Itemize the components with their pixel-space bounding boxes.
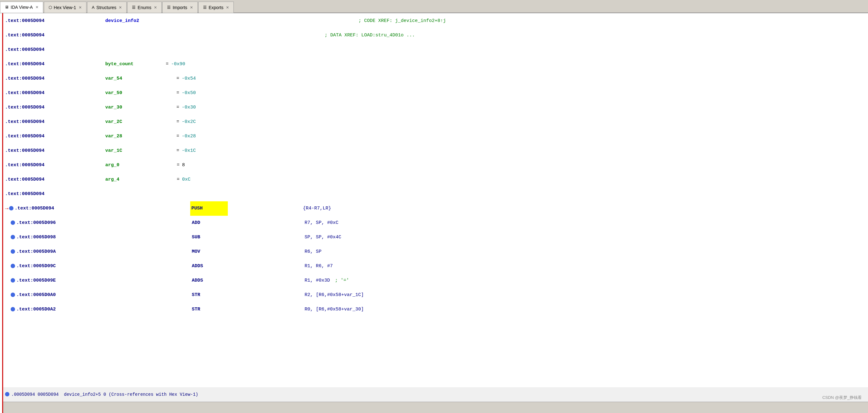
mnemonic-adds1: ADDS xyxy=(192,259,229,273)
tab-hex-close[interactable]: ✕ xyxy=(79,5,82,10)
var-28: var_28 xyxy=(105,129,122,144)
tab-hex-view-1[interactable]: ⬡ Hex View-1 ✕ xyxy=(44,2,87,13)
addr-3: .text:0005D094 xyxy=(5,42,105,57)
tab-imports-close[interactable]: ✕ xyxy=(190,5,193,10)
addr-4: .text:0005D094 xyxy=(5,57,105,71)
addr-sub: .text:0005D098 xyxy=(16,230,117,245)
eq-arg0: = xyxy=(177,163,180,168)
ida-view-icon: 🖥 xyxy=(5,5,9,9)
comment-adds2: ; '=' xyxy=(335,273,349,288)
code-line-mov[interactable]: .text:0005D09A MOV R6, SP xyxy=(5,245,868,259)
addr-10: .text:0005D094 xyxy=(5,144,105,158)
var-arg0: arg_0 xyxy=(105,158,119,173)
operands-str1: R2, [R6,#0x58+var_1C] xyxy=(305,288,364,302)
code-line-str1[interactable]: .text:0005D0A0 STR R2, [R6,#0x58+var_1C] xyxy=(5,288,868,302)
code-line-arg4: .text:0005D094 arg_4 = 0xC xyxy=(5,173,868,187)
bottom-partial-line: .0005D094 0005D094 device_info2+5 0 (Cro… xyxy=(0,387,868,402)
enums-icon: ☰ xyxy=(132,5,136,10)
tab-exports-label: Exports xyxy=(209,5,223,10)
eq-28: = xyxy=(177,134,179,139)
var-arg4: arg_4 xyxy=(105,173,119,187)
dot-push xyxy=(9,206,13,210)
addr-push: .text:0005D094 xyxy=(15,201,115,216)
mnemonic-sub: SUB xyxy=(192,230,229,245)
arrow-indicator: → xyxy=(5,201,8,216)
eq-1c: = xyxy=(177,148,179,153)
code-line-adds2[interactable]: .text:0005D09E ADDS R1, #0x3D ; '=' xyxy=(5,273,868,288)
val-30: -0x30 xyxy=(182,100,196,115)
addr-8: .text:0005D094 xyxy=(5,115,105,129)
func-name: device_info2 xyxy=(105,14,139,28)
tab-imports-label: Imports xyxy=(173,5,187,10)
dot-bottom xyxy=(5,392,9,396)
code-line-header-2: .text:0005D094 ; DATA XREF: LOAD:stru_4D… xyxy=(5,28,868,42)
tab-exports[interactable]: ☰ Exports ✕ xyxy=(198,2,234,13)
tab-ida-label: IDA View-A xyxy=(11,5,33,10)
val-byte-count: -0x90 xyxy=(171,57,185,71)
addr-str1: .text:0005D0A0 xyxy=(16,288,117,302)
tab-structures-close[interactable]: ✕ xyxy=(119,5,122,10)
addr-11: .text:0005D094 xyxy=(5,158,105,173)
status-text xyxy=(3,405,4,410)
status-bar xyxy=(0,402,868,413)
addr-12: .text:0005D094 xyxy=(5,173,105,187)
tab-enums-close[interactable]: ✕ xyxy=(154,5,157,10)
main-content: .text:0005D094 device_info2 ; CODE XREF:… xyxy=(0,13,868,413)
imports-icon: ☰ xyxy=(167,5,171,10)
addr-7: .text:0005D094 xyxy=(5,100,105,115)
tab-ida-view-a[interactable]: 🖥 IDA View-A ✕ xyxy=(0,2,43,13)
var-byte-count: byte_count xyxy=(105,57,133,71)
structures-icon: A xyxy=(92,5,95,10)
left-border-bar xyxy=(0,13,3,413)
dot-mov xyxy=(11,249,15,254)
tab-imports[interactable]: ☰ Imports ✕ xyxy=(162,2,198,13)
code-line-push[interactable]: → .text:0005D094 PUSH {R4-R7,LR} xyxy=(5,201,868,216)
code-line-var50: .text:0005D094 var_50 = -0x50 xyxy=(5,86,868,100)
eq-30: = xyxy=(177,105,179,110)
addr-5: .text:0005D094 xyxy=(5,71,105,86)
val-28: -0x28 xyxy=(182,129,196,144)
comment-xref-code: ; CODE XREF: j_device_info2+8↑j xyxy=(359,14,446,28)
mnemonic-str2: STR xyxy=(192,302,229,317)
code-area[interactable]: .text:0005D094 device_info2 ; CODE XREF:… xyxy=(0,13,868,413)
operands-adds2: R1, #0x3D xyxy=(305,273,330,288)
eq-byte-count: = xyxy=(166,61,168,67)
var-50: var_50 xyxy=(105,86,122,100)
addr-mov: .text:0005D09A xyxy=(16,245,117,259)
code-line-add[interactable]: .text:0005D096 ADD R7, SP, #0xC xyxy=(5,216,868,230)
mnemonic-adds2: ADDS xyxy=(192,273,229,288)
addr-adds1: .text:0005D09C xyxy=(16,259,117,273)
dot-str1 xyxy=(11,293,15,297)
operands-sub: SP, SP, #0x4C xyxy=(305,230,341,245)
addr-add: .text:0005D096 xyxy=(16,216,117,230)
tab-bar: 🖥 IDA View-A ✕ ⬡ Hex View-1 ✕ A Structur… xyxy=(0,0,868,13)
code-line-arg0: .text:0005D094 arg_0 = 8 xyxy=(5,158,868,173)
mnemonic-push: PUSH xyxy=(190,201,228,216)
eq-arg4: = xyxy=(177,177,180,182)
val-50: -0x50 xyxy=(182,86,196,100)
tab-exports-close[interactable]: ✕ xyxy=(226,5,229,10)
mnemonic-add: ADD xyxy=(192,216,229,230)
operands-mov: R6, SP xyxy=(305,245,321,259)
addr-9: .text:0005D094 xyxy=(5,129,105,144)
tab-enums-label: Enums xyxy=(137,5,151,10)
dot-adds1 xyxy=(11,264,15,268)
tab-structures[interactable]: A Structures ✕ xyxy=(87,2,127,13)
tab-ida-close[interactable]: ✕ xyxy=(35,5,38,9)
addr-str2: .text:0005D0A2 xyxy=(16,302,117,317)
val-54: -0x54 xyxy=(182,71,196,86)
addr-2: .text:0005D094 xyxy=(5,28,105,42)
code-line-header-1: .text:0005D094 device_info2 ; CODE XREF:… xyxy=(5,14,868,28)
tab-structures-label: Structures xyxy=(96,5,117,10)
eq-54: = xyxy=(177,76,179,81)
code-line-sub[interactable]: .text:0005D098 SUB SP, SP, #0x4C xyxy=(5,230,868,245)
mnemonic-str1: STR xyxy=(192,288,229,302)
operands-add: R7, SP, #0xC xyxy=(305,216,338,230)
comment-xref-data: ; DATA XREF: LOAD:stru_4D01o ... xyxy=(324,28,415,42)
bottom-line-text: .0005D094 0005D094 device_info2+5 0 (Cro… xyxy=(11,392,198,397)
code-line-str2[interactable]: .text:0005D0A2 STR R0, [R6,#0x58+var_30] xyxy=(5,302,868,317)
code-line-adds1[interactable]: .text:0005D09C ADDS R1, R6, #7 xyxy=(5,259,868,273)
addr-6: .text:0005D094 xyxy=(5,86,105,100)
operands-adds1: R1, R6, #7 xyxy=(305,259,333,273)
tab-enums[interactable]: ☰ Enums ✕ xyxy=(127,2,162,13)
